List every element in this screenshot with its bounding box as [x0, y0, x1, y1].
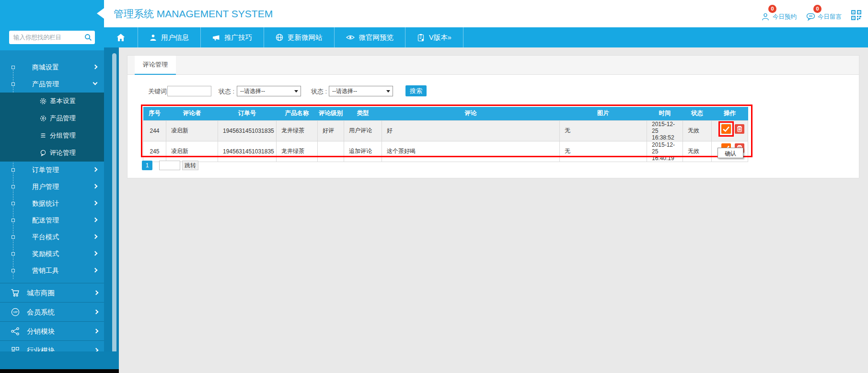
cell-order-no: 1945631451031835: [218, 141, 277, 162]
sidebar-item-order-management[interactable]: 订单管理: [0, 162, 104, 178]
booking-label: 今日预约: [773, 13, 797, 21]
sidebar-scrollbar-thumb[interactable]: [112, 53, 116, 364]
today-message[interactable]: 0 今日留言: [806, 6, 842, 21]
sidebar-item-user-management[interactable]: 用户管理: [0, 178, 104, 195]
nav-user-info[interactable]: 用户信息: [138, 27, 201, 47]
eye-icon: [346, 34, 355, 41]
chevron-right-icon: [93, 218, 98, 222]
nav-update-site[interactable]: 更新微网站: [264, 27, 335, 47]
submenu-item-product-management[interactable]: 产品管理: [0, 110, 104, 127]
submenu-label: 基本设置: [50, 97, 76, 105]
cell-time: 2015-12-25 16:40:19: [647, 141, 683, 162]
chevron-right-icon: [93, 234, 98, 239]
sidebar-item-data-statistics[interactable]: 数据统计: [0, 195, 104, 212]
sidebar-item-distribution-module[interactable]: 分销模块: [0, 321, 104, 340]
table-row: 244 凌启新 1945631451031835 龙井绿茶 好评 用户评论 好 …: [143, 120, 748, 141]
sidebar-item-label: 会员系统: [27, 308, 55, 316]
cell-level: 好评: [318, 120, 344, 141]
home-icon: [116, 34, 125, 42]
nav-home[interactable]: [104, 27, 138, 47]
submenu-item-basic-settings[interactable]: 基本设置: [0, 93, 104, 110]
tab-comment-management[interactable]: 评论管理: [135, 56, 176, 75]
pagination-jump-input[interactable]: [159, 161, 180, 170]
page: 管理系统 MANAGEMENT SYSTEM 0 今日预约 0: [0, 0, 868, 373]
qr-code-icon[interactable]: [851, 10, 861, 21]
sidebar-search-input[interactable]: [9, 31, 95, 44]
sidebar-item-marketing-tools[interactable]: 营销工具: [0, 262, 104, 279]
cell-reviewer: 凌启新: [166, 120, 218, 141]
sidebar-item-platform-mode[interactable]: 平台模式: [0, 229, 104, 245]
sidebar-item-delivery-management[interactable]: 配送管理: [0, 212, 104, 229]
chevron-right-icon: [93, 201, 98, 206]
sidebar: 商城设置 产品管理 基本设置 产品管理: [0, 27, 104, 373]
pagination-jump-button[interactable]: 跳转: [182, 161, 198, 170]
sidebar-item-label: 营销工具: [32, 267, 59, 274]
sidebar-search: [9, 31, 95, 44]
chevron-right-icon: [93, 268, 98, 273]
delete-button[interactable]: [735, 124, 744, 134]
cell-actions: 确认: [712, 141, 748, 162]
chevron-right-icon: [93, 65, 98, 70]
time-clock: 16:40:19: [652, 155, 681, 162]
sidebar-item-label: 平台模式: [32, 233, 59, 241]
sidebar-item-product-management[interactable]: 产品管理: [0, 76, 104, 93]
cell-status: 无效: [683, 141, 712, 162]
vip-icon: VIP: [11, 307, 20, 317]
seal-icon: [40, 115, 46, 122]
sidebar-item-mall-settings[interactable]: 商城设置: [0, 59, 104, 76]
sidebar-footer: [0, 351, 119, 369]
col-image: 图片: [560, 107, 647, 120]
today-booking[interactable]: 0 今日预约: [761, 6, 797, 21]
table-row: 245 凌启新 1945631451031835 龙井绿茶 追加评论 这个茶好喝…: [143, 141, 748, 162]
sidebar-menu: 商城设置 产品管理 基本设置 产品管理: [0, 59, 104, 360]
cell-level: [318, 141, 344, 162]
pagination-page-1[interactable]: 1: [142, 161, 152, 170]
cell-type: 追加评论: [344, 141, 382, 162]
person-plus-icon: [761, 12, 770, 21]
tree-bullet: [12, 168, 15, 172]
top-header: 管理系统 MANAGEMENT SYSTEM 0 今日预约 0: [0, 0, 868, 27]
keyword-input[interactable]: [167, 86, 211, 96]
cell-status: 无效: [683, 120, 712, 141]
cell-product: 龙井绿茶: [277, 120, 318, 141]
sidebar-item-label: 分销模块: [27, 327, 55, 335]
share-icon: [11, 326, 20, 336]
submenu-item-group-management[interactable]: 分组管理: [0, 127, 104, 144]
nav-label: V版本»: [429, 33, 451, 42]
col-level: 评论级别: [318, 107, 344, 120]
chevron-right-icon: [93, 251, 98, 256]
booking-badge: 0: [768, 5, 776, 13]
confirm-check-button[interactable]: [721, 124, 731, 134]
tree-bullet: [12, 235, 15, 239]
cell-seq: 245: [143, 141, 166, 162]
nav-v-version[interactable]: V版本»: [405, 27, 463, 47]
sidebar-item-city-business[interactable]: 城市商圈: [0, 283, 104, 302]
sidebar-item-member-system[interactable]: VIP 会员系统: [0, 302, 104, 321]
svg-text:VIP: VIP: [13, 311, 18, 314]
cell-image: 无: [560, 120, 647, 141]
chevron-right-icon: [93, 167, 98, 172]
chevron-right-icon: [94, 310, 99, 315]
cell-comment: 这个茶好喝: [382, 141, 560, 162]
status-select-2[interactable]: --请选择--: [329, 86, 393, 96]
tree-bullet: [12, 185, 15, 188]
status-label-2: 状态 :: [311, 87, 327, 96]
status-label-1: 状态 :: [219, 87, 234, 96]
tree-bullet: [12, 82, 15, 86]
search-button[interactable]: 搜索: [405, 85, 427, 96]
search-icon[interactable]: [84, 34, 92, 41]
nav-promo-tips[interactable]: 推广技巧: [201, 27, 264, 47]
submenu-item-comment-management[interactable]: 评论管理: [0, 144, 104, 162]
tree-bullet: [12, 252, 15, 256]
sidebar-item-label: 配送管理: [32, 216, 59, 224]
submenu-label: 评论管理: [50, 149, 76, 156]
nav-label: 更新微网站: [288, 33, 323, 42]
tree-bullet: [12, 269, 15, 272]
cell-order-no: 1945631451031835: [218, 120, 277, 141]
status-select-1[interactable]: --请选择--: [237, 86, 301, 96]
content-card: 评论管理 关键词 : 状态 : --请选择-- 状态 : --请选择-- 搜索 …: [127, 55, 859, 178]
nav-site-preview[interactable]: 微官网预览: [335, 27, 406, 47]
table-header-row: 序号 评论者 订单号 产品名称 评论级别 类型 评论 图片 时间 状态 操作: [143, 107, 748, 120]
col-comment: 评论: [382, 107, 560, 120]
sidebar-item-reward-mode[interactable]: 奖励模式: [0, 245, 104, 262]
